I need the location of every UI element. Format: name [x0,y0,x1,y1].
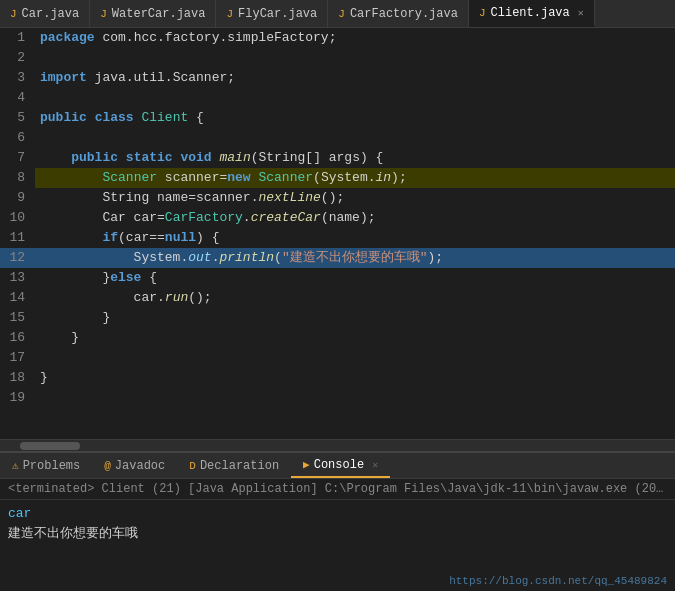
tab-flycar-java[interactable]: J FlyCar.java [216,0,328,27]
table-row: 16 } [0,328,675,348]
line-content: System.out.println("建造不出你想要的车哦"); [35,248,675,268]
line-content: package com.hcc.factory.simpleFactory; [35,28,675,48]
line-content: if(car==null) { [35,228,675,248]
line-content [35,388,675,408]
panel-tab-problems[interactable]: ⚠ Problems [0,453,92,478]
line-number: 5 [0,108,35,128]
line-content: public static void main(String[] args) { [35,148,675,168]
line-number: 3 [0,68,35,88]
panel-tab-bar: ⚠ Problems @ Javadoc D Declaration ▶ Con… [0,453,675,479]
line-number: 6 [0,128,35,148]
line-number: 11 [0,228,35,248]
console-icon: ▶ [303,458,310,471]
panel-tab-javadoc[interactable]: @ Javadoc [92,453,177,478]
table-row: 12 System.out.println("建造不出你想要的车哦"); [0,248,675,268]
table-row: 19 [0,388,675,408]
panel-tab-label: Declaration [200,459,279,473]
line-content [35,48,675,68]
bottom-panel: ⚠ Problems @ Javadoc D Declaration ▶ Con… [0,451,675,591]
tab-client-java[interactable]: J Client.java ✕ [469,0,595,27]
table-row: 11 if(car==null) { [0,228,675,248]
line-number: 10 [0,208,35,228]
panel-tab-console[interactable]: ▶ Console ✕ [291,453,390,478]
console-header: <terminated> Client (21) [Java Applicati… [0,479,675,500]
table-row: 6 [0,128,675,148]
table-row: 18 } [0,368,675,388]
line-number: 14 [0,288,35,308]
code-editor: 1 package com.hcc.factory.simpleFactory;… [0,28,675,451]
code-scroll-area[interactable]: 1 package com.hcc.factory.simpleFactory;… [0,28,675,439]
code-table: 1 package com.hcc.factory.simpleFactory;… [0,28,675,408]
line-content: } [35,328,675,348]
line-content: }else { [35,268,675,288]
panel-tab-label: Javadoc [115,459,165,473]
tab-carfactory-java[interactable]: J CarFactory.java [328,0,469,27]
line-content: public class Client { [35,108,675,128]
java-file-icon: J [100,8,107,20]
line-number: 2 [0,48,35,68]
table-row: 13 }else { [0,268,675,288]
line-number: 7 [0,148,35,168]
tab-label: WaterCar.java [112,7,206,21]
console-line-2: 建造不出你想要的车哦 [8,524,667,544]
scrollbar-thumb[interactable] [20,442,80,450]
line-content [35,88,675,108]
javadoc-icon: @ [104,460,111,472]
table-row: 8 Scanner scanner=new Scanner(System.in)… [0,168,675,188]
warning-icon: ⚠ [12,459,19,472]
tab-car-java[interactable]: J Car.java [0,0,90,27]
line-content: } [35,308,675,328]
table-row: 2 [0,48,675,68]
java-file-icon: J [479,7,486,19]
line-number: 12 [0,248,35,268]
line-content: } [35,368,675,388]
line-content [35,128,675,148]
line-number: 19 [0,388,35,408]
java-file-icon: J [338,8,345,20]
line-number: 1 [0,28,35,48]
java-file-icon: J [10,8,17,20]
tab-label: Car.java [22,7,80,21]
watermark: https://blog.csdn.net/qq_45489824 [449,575,667,587]
console-output: car 建造不出你想要的车哦 [0,500,675,548]
table-row: 9 String name=scanner.nextLine(); [0,188,675,208]
line-number: 17 [0,348,35,368]
table-row: 5 public class Client { [0,108,675,128]
console-panel: <terminated> Client (21) [Java Applicati… [0,479,675,591]
line-content: import java.util.Scanner; [35,68,675,88]
table-row: 4 [0,88,675,108]
line-number: 4 [0,88,35,108]
panel-tab-label: Problems [23,459,81,473]
line-number: 16 [0,328,35,348]
line-number: 13 [0,268,35,288]
table-row: 17 [0,348,675,368]
declaration-icon: D [189,460,196,472]
line-number: 8 [0,168,35,188]
panel-tab-label: Console [314,458,364,472]
line-content: car.run(); [35,288,675,308]
java-file-icon: J [226,8,233,20]
line-number: 15 [0,308,35,328]
table-row: 15 } [0,308,675,328]
tab-label: FlyCar.java [238,7,317,21]
line-number: 9 [0,188,35,208]
line-number: 18 [0,368,35,388]
tab-watercar-java[interactable]: J WaterCar.java [90,0,216,27]
console-line-1: car [8,504,667,524]
close-icon[interactable]: ✕ [578,7,584,19]
line-content: String name=scanner.nextLine(); [35,188,675,208]
table-row: 7 public static void main(String[] args)… [0,148,675,168]
line-content [35,348,675,368]
line-content: Scanner scanner=new Scanner(System.in); [35,168,675,188]
tab-label: CarFactory.java [350,7,458,21]
tab-label: Client.java [491,6,570,20]
table-row: 14 car.run(); [0,288,675,308]
editor-tab-bar: J Car.java J WaterCar.java J FlyCar.java… [0,0,675,28]
horizontal-scrollbar[interactable] [0,439,675,451]
console-close-icon[interactable]: ✕ [372,459,378,471]
table-row: 10 Car car=CarFactory.createCar(name); [0,208,675,228]
line-content: Car car=CarFactory.createCar(name); [35,208,675,228]
table-row: 1 package com.hcc.factory.simpleFactory; [0,28,675,48]
table-row: 3 import java.util.Scanner; [0,68,675,88]
panel-tab-declaration[interactable]: D Declaration [177,453,291,478]
